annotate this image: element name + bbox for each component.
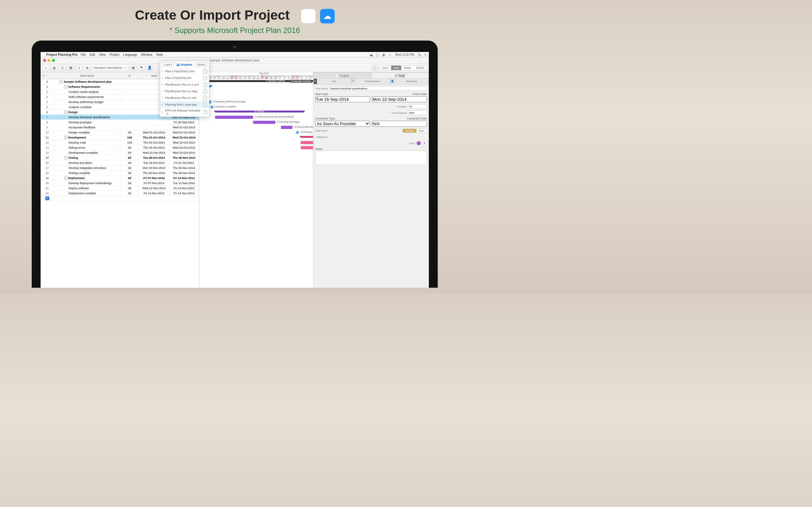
task-row[interactable]: 9 Incorporate feedback Wed 01-Oct-2014 (41, 125, 199, 130)
menu-file[interactable]: File (81, 53, 86, 56)
duration-field[interactable] (408, 104, 427, 109)
color-dropdown[interactable]: ▾ (422, 141, 427, 145)
col-task-name[interactable]: Task Name (54, 74, 120, 77)
timescale-week[interactable]: Week (401, 66, 414, 70)
menu-language[interactable]: Language (123, 53, 137, 56)
calendar-button[interactable]: ▦ (130, 65, 137, 71)
copy-button[interactable]: ⎘ (59, 65, 66, 71)
dropbox-file-row[interactable]: •Plan a PartyTest.xml (160, 75, 209, 81)
disclosure-icon[interactable]: − (64, 176, 67, 180)
notes-field[interactable] (315, 151, 427, 165)
tab-task[interactable]: ☳ Task (371, 72, 429, 78)
gantt-bar[interactable] (301, 136, 313, 138)
mode-auto[interactable]: Auto (416, 129, 426, 132)
calendar-select[interactable]: Standard Calendar(De... ‣ (92, 65, 129, 71)
gantt-bar[interactable]: 6 Design (215, 111, 304, 112)
timescale-hour[interactable]: Hour (380, 66, 392, 70)
info-button[interactable]: ⓘ (371, 65, 378, 71)
menu-icon[interactable]: ≡ (424, 53, 426, 56)
task-row[interactable]: 12 Develop code 10dThu 02-Oct-2014Wed 15… (41, 140, 199, 145)
task-row[interactable]: 20 Develop deployment methodology 3dFri … (41, 181, 199, 186)
macos-menubar: Project Planning Pro File Edit View Proj… (41, 52, 429, 58)
subtab-predecessors[interactable]: ☰ Predecessors (352, 78, 390, 84)
snapshot-button[interactable]: ▦ (67, 65, 74, 71)
zoom-button[interactable] (52, 59, 55, 62)
minimize-button[interactable] (48, 59, 50, 62)
disclosure-icon[interactable]: − (60, 80, 63, 83)
task-row[interactable]: 10 Design complete 0dWed 01-Oct-2014Wed … (41, 130, 199, 135)
close-button[interactable] (43, 59, 46, 62)
start-date-field[interactable] (315, 96, 370, 102)
timescale-segment[interactable]: Hour Day Week Month (380, 65, 427, 70)
upload-button[interactable]: Upload (195, 62, 208, 66)
disclosure-icon[interactable]: − (64, 136, 67, 139)
tab-project[interactable]: 📄 Project (313, 72, 371, 78)
volume-icon[interactable]: 🔊 (382, 53, 386, 56)
duration-label: Duration (397, 105, 407, 108)
task-row[interactable]: 17 Develop integration test plans 4dMon … (41, 165, 199, 170)
menu-help[interactable]: Help (156, 53, 163, 56)
task-row[interactable]: 13 Debug errors 5dThu 16-Oct-2014Wed 22-… (41, 145, 199, 150)
add-row-button[interactable]: + (45, 196, 49, 200)
task-row[interactable]: 19 −Deployment 6dFri 07-Nov-2014Fri 14-N… (41, 176, 199, 181)
dropbox-file-row[interactable]: •Planificacion Rev.A1.mpp (160, 88, 209, 95)
timescale-month[interactable]: Month (414, 66, 426, 70)
gantt-bar[interactable] (281, 126, 293, 129)
menu-project[interactable]: Project (109, 53, 119, 56)
spotlight-icon[interactable]: 🔍 (417, 53, 421, 56)
constraint-type-select[interactable]: As Soon As Possible (315, 121, 370, 127)
timescale-day[interactable]: Day (391, 66, 401, 70)
flag-button[interactable]: ⚑ (138, 65, 145, 71)
task-name-field[interactable] (329, 86, 427, 91)
dropbox-menubar-icon[interactable]: ⬓ (370, 53, 373, 56)
task-row[interactable]: 14 Development complete 0dWed 22-Oct-201… (41, 150, 199, 155)
task-row[interactable]: 18 Testing complete 0dThu 06-Nov-2014Thu… (41, 170, 199, 176)
milestone-diamond[interactable] (210, 105, 213, 109)
filter-button[interactable]: ▽ (41, 74, 47, 77)
col-duration[interactable]: D (120, 74, 139, 77)
app-name[interactable]: Project Planning Pro (46, 53, 78, 56)
disclosure-icon[interactable]: − (64, 85, 67, 89)
milestone-diamond[interactable] (296, 130, 299, 134)
logout-button[interactable]: Logout (161, 62, 174, 66)
finish-date-field[interactable] (372, 96, 427, 102)
timeline-month: Sep,2014 (199, 72, 313, 75)
person-button[interactable]: 👤 (146, 65, 153, 71)
color-swatch[interactable] (416, 141, 421, 146)
menu-view[interactable]: View (99, 53, 106, 56)
pct-field[interactable] (408, 111, 427, 115)
add-task-button[interactable]: + (43, 65, 49, 71)
link-button[interactable]: ◈ (84, 65, 91, 71)
gantt-bar[interactable] (215, 116, 253, 119)
gantt-bar[interactable] (301, 146, 313, 149)
mode-manual[interactable]: Manual (403, 129, 416, 132)
subtab-resource[interactable]: 👤 Resource (391, 78, 429, 84)
dropbox-file-row[interactable]: •Planning final Coque.ppp (160, 101, 209, 108)
delete-button[interactable]: 🗑 (51, 65, 58, 71)
timeline-day: Wed8 (308, 75, 313, 79)
dropbox-file-row[interactable]: •Plan a PartyTest12.xml (160, 68, 209, 75)
export-button[interactable]: ⤓ (75, 65, 83, 71)
task-row[interactable]: 8 Develop prototype Fri 26-Sep-2014 (41, 120, 199, 125)
dropbox-file-row[interactable]: •PPP IOS Release Schedule - 1 (160, 108, 209, 117)
disclosure-icon[interactable]: − (64, 156, 67, 159)
disclosure-icon[interactable]: − (64, 111, 67, 114)
task-row[interactable]: 15 −Testing 8dTue 28-Oct-2014Thu 06-Nov-… (41, 155, 199, 160)
gantt-bar[interactable] (301, 141, 313, 144)
task-row[interactable]: 22 Deployment complete 0dFri 14-Nov-2014… (41, 191, 199, 196)
wifi-icon[interactable]: ᯤ (389, 53, 392, 56)
airplay-icon[interactable]: ▢ (376, 53, 379, 56)
gantt-bar[interactable] (253, 121, 275, 124)
task-row[interactable]: 16 Develop test plans 4dTue 28-Oct-2014F… (41, 160, 199, 165)
dropbox-file-row[interactable]: •Planificacion Rev.A1-1.xml (160, 81, 209, 88)
task-row[interactable]: 11 −Development 15dThu 02-Oct-2014Wed 22… (41, 135, 199, 140)
task-row[interactable]: 21 Deploy software 3dWed 12-Nov-2014Fri … (41, 186, 199, 191)
gantt-chart[interactable]: Sep,2014 Sat13Sun14Mon15Tue16Wed17Thu18F… (199, 72, 313, 288)
dropbox-file-row[interactable]: •Planificacion Rev.A1.xml (160, 95, 209, 101)
menu-window[interactable]: Window (141, 53, 153, 56)
clock[interactable]: Wed 3:20 PM (395, 53, 414, 56)
constraint-date-field[interactable] (372, 121, 427, 127)
subtab-info[interactable]: ⓘ Info (313, 78, 352, 84)
task-mode-segment[interactable]: Manual Auto (403, 129, 427, 133)
menu-edit[interactable]: Edit (90, 53, 95, 56)
